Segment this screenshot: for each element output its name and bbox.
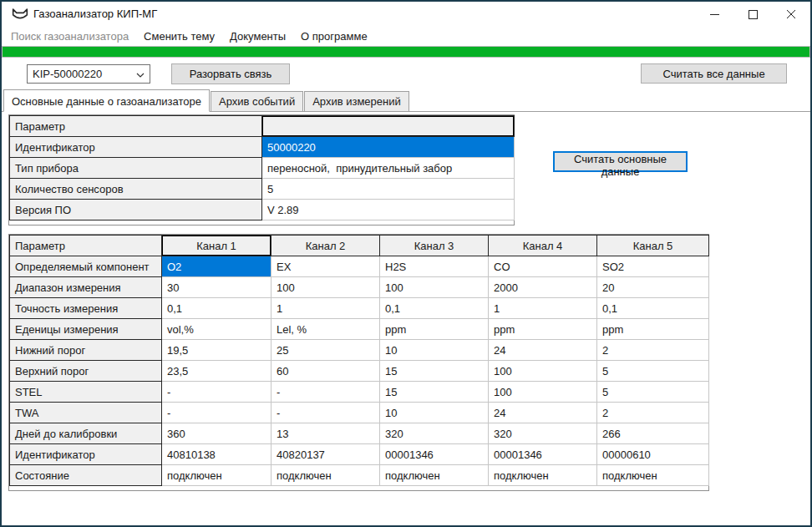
value-cell[interactable]: 0,1 — [380, 298, 489, 319]
column-header-param[interactable]: Параметр — [10, 116, 262, 137]
column-header[interactable]: Канал 3 — [380, 236, 489, 256]
menu-item-documents[interactable]: Документы — [222, 28, 293, 44]
tab-events-archive[interactable]: Архив событий — [211, 91, 303, 111]
value-cell[interactable]: 2000 — [489, 277, 597, 298]
value-cell[interactable]: 100 — [380, 277, 489, 298]
row-header[interactable]: Еденицы измерения — [10, 319, 162, 340]
value-cell[interactable]: 15 — [380, 361, 489, 382]
device-info-table-body: ПараметрИдентификатор50000220Тип прибора… — [10, 116, 515, 220]
value-cell[interactable]: 5 — [262, 179, 515, 200]
value-cell[interactable]: 5 — [597, 361, 709, 382]
row-header[interactable]: STEL — [10, 382, 162, 403]
value-cell[interactable]: 10 — [380, 340, 489, 361]
value-cell[interactable]: подключен — [162, 465, 272, 486]
menu-item-device-search[interactable]: Поиск газоанализатора — [3, 28, 136, 44]
value-cell[interactable]: 10 — [380, 403, 489, 423]
value-cell[interactable]: 40810138 — [162, 444, 272, 465]
menu-item-change-theme[interactable]: Сменить тему — [136, 28, 222, 44]
row-header[interactable]: Верхний порог — [10, 361, 162, 382]
value-cell[interactable]: EX — [272, 256, 380, 277]
column-header-value[interactable] — [262, 116, 515, 137]
value-cell[interactable]: 30 — [162, 277, 272, 298]
row-header[interactable]: Определяемый компонент — [10, 256, 162, 277]
row-header[interactable]: Дней до калибровки — [10, 423, 162, 444]
channels-table-body: ПараметрКанал 1Канал 2Канал 3Канал 4Кана… — [10, 236, 709, 486]
row-header[interactable]: Диапазон измерения — [10, 277, 162, 298]
value-cell[interactable]: 100 — [272, 277, 380, 298]
value-cell[interactable]: 15 — [380, 382, 489, 403]
column-header[interactable]: Канал 5 — [597, 236, 709, 256]
value-cell[interactable]: подключен — [380, 465, 489, 486]
device-select[interactable]: KIP-50000220 — [27, 64, 150, 84]
value-cell[interactable]: 20 — [597, 277, 709, 298]
disconnect-button[interactable]: Разорвать связь — [171, 63, 290, 84]
row-header[interactable]: Тип прибора — [10, 158, 262, 179]
row-header[interactable]: Версия ПО — [10, 200, 262, 220]
table-row: Дней до калибровки36013320320266 — [10, 423, 709, 444]
value-cell[interactable]: ppm — [597, 319, 709, 340]
value-cell[interactable]: 60 — [272, 361, 380, 382]
value-cell[interactable]: 5 — [597, 382, 709, 403]
value-cell[interactable]: ppm — [380, 319, 489, 340]
tab-main-data[interactable]: Основные данные о газоанализаторе — [3, 89, 210, 112]
column-header[interactable]: Канал 4 — [489, 236, 597, 256]
value-cell[interactable]: 2 — [597, 403, 709, 423]
value-cell[interactable]: V 2.89 — [262, 200, 515, 220]
value-cell[interactable]: 360 — [162, 423, 272, 444]
row-header[interactable]: Идентификатор — [10, 137, 262, 158]
progress-bar-fill — [3, 47, 809, 57]
value-cell[interactable]: CO — [489, 256, 597, 277]
value-cell[interactable]: подключен — [272, 465, 380, 486]
value-cell[interactable]: 00001346 — [380, 444, 489, 465]
value-cell[interactable]: 320 — [380, 423, 489, 444]
column-header[interactable]: Параметр — [10, 236, 162, 256]
row-header[interactable]: Нижний порог — [10, 340, 162, 361]
value-cell[interactable]: подключен — [597, 465, 709, 486]
row-header[interactable]: TWA — [10, 403, 162, 423]
value-cell[interactable]: 00001346 — [489, 444, 597, 465]
value-cell[interactable]: - — [272, 382, 380, 403]
value-cell[interactable]: 19,5 — [162, 340, 272, 361]
value-cell[interactable]: 0,1 — [162, 298, 272, 319]
value-cell[interactable]: SO2 — [597, 256, 709, 277]
value-cell[interactable]: 2 — [597, 340, 709, 361]
value-cell[interactable]: ppm — [489, 319, 597, 340]
value-cell[interactable]: 13 — [272, 423, 380, 444]
value-cell[interactable]: 25 — [272, 340, 380, 361]
value-cell[interactable]: 1 — [489, 298, 597, 319]
menu-item-about[interactable]: О программе — [293, 28, 375, 44]
row-header[interactable]: Идентификатор — [10, 444, 162, 465]
maximize-button[interactable] — [733, 2, 772, 27]
value-cell[interactable]: подключен — [489, 465, 597, 486]
value-cell[interactable]: - — [162, 382, 272, 403]
value-cell[interactable]: - — [162, 403, 272, 423]
value-cell[interactable]: 100 — [489, 361, 597, 382]
value-cell[interactable]: переносной, принудительный забор — [262, 158, 515, 179]
value-cell[interactable]: Lel, % — [272, 319, 380, 340]
value-cell[interactable]: 100 — [489, 382, 597, 403]
value-cell[interactable]: vol,% — [162, 319, 272, 340]
value-cell[interactable]: H2S — [380, 256, 489, 277]
row-header[interactable]: Точность измерения — [10, 298, 162, 319]
selected-cell[interactable]: 50000220 — [262, 137, 515, 158]
minimize-button[interactable] — [695, 2, 733, 27]
column-header[interactable]: Канал 2 — [272, 236, 380, 256]
tab-measurements-archive[interactable]: Архив измерений — [304, 91, 409, 111]
value-cell[interactable]: 24 — [489, 340, 597, 361]
read-main-data-button[interactable]: Считать основные данные — [553, 151, 688, 172]
row-header[interactable]: Состояние — [10, 465, 162, 486]
value-cell[interactable]: 24 — [489, 403, 597, 423]
value-cell[interactable]: 266 — [597, 423, 709, 444]
selected-cell[interactable]: O2 — [162, 256, 272, 277]
row-header[interactable]: Количество сенсоров — [10, 179, 262, 200]
value-cell[interactable]: 1 — [272, 298, 380, 319]
close-button[interactable] — [772, 2, 810, 27]
value-cell[interactable]: - — [272, 403, 380, 423]
column-header[interactable]: Канал 1 — [162, 236, 272, 256]
value-cell[interactable]: 0,1 — [597, 298, 709, 319]
read-all-data-button[interactable]: Считать все данные — [641, 63, 787, 84]
value-cell[interactable]: 40820137 — [272, 444, 380, 465]
value-cell[interactable]: 320 — [489, 423, 597, 444]
value-cell[interactable]: 00000610 — [597, 444, 709, 465]
value-cell[interactable]: 23,5 — [162, 361, 272, 382]
